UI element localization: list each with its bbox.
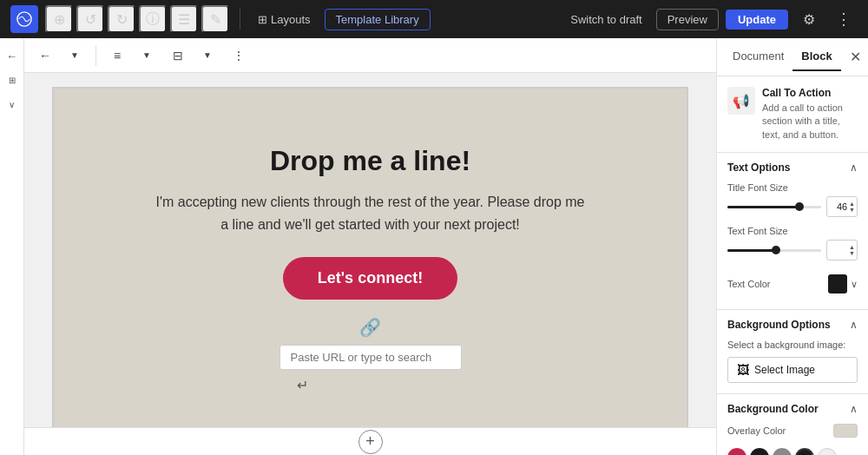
update-button[interactable]: Update <box>726 10 788 30</box>
top-bar-icons: ⊕ ↺ ↻ ⓘ ☰ ✎ <box>45 5 229 33</box>
swatch-white[interactable] <box>818 448 837 455</box>
background-color-label: Background Color <box>727 403 819 415</box>
url-input[interactable] <box>279 345 462 370</box>
swatch-red[interactable] <box>727 448 746 455</box>
swatch-gray[interactable] <box>773 448 792 455</box>
background-options-header[interactable]: Background Options ∧ <box>717 310 868 340</box>
text-font-size-down[interactable]: ▼ <box>849 250 855 256</box>
overlay-swatch[interactable] <box>833 424 858 438</box>
block-name: Call To Action <box>762 87 858 99</box>
background-options-section: Background Options ∧ Select a background… <box>717 310 868 394</box>
title-font-size-input[interactable]: 46 ▲ ▼ <box>826 196 858 217</box>
more-options-icon[interactable]: ⋮ <box>830 5 858 33</box>
title-slider-fill <box>727 206 798 208</box>
block-info: 📢 Call To Action Add a call to action se… <box>717 76 868 153</box>
toolbar-divider-1 <box>95 45 96 66</box>
top-bar-right: Switch to draft Preview Update ⚙ ⋮ <box>563 5 858 33</box>
block-description: Add a call to action section with a titl… <box>762 102 858 142</box>
template-library-button[interactable]: Template Library <box>325 9 431 30</box>
text-slider-fill <box>727 249 774 252</box>
right-panel: Document Block ✕ 📢 Call To Action Add a … <box>716 38 868 455</box>
background-color-header[interactable]: Background Color ∧ <box>717 394 868 424</box>
block-info-text: Call To Action Add a call to action sect… <box>762 87 858 142</box>
panel-header: Document Block ✕ <box>717 38 868 76</box>
redo-icon[interactable]: ↻ <box>108 5 135 33</box>
title-font-size-down[interactable]: ▼ <box>849 207 855 213</box>
text-color-right: ∨ <box>828 274 858 293</box>
justify-arrow-button[interactable]: ▼ <box>194 42 221 69</box>
text-font-size-slider-row: ▲ ▼ <box>727 240 858 260</box>
text-color-chevron[interactable]: ∨ <box>851 279 858 290</box>
text-options-header[interactable]: Text Options ∧ <box>717 153 868 182</box>
title-font-size-up[interactable]: ▲ <box>849 201 855 207</box>
transform-arrow-button[interactable]: ▼ <box>61 42 89 69</box>
chevron-down-icon[interactable]: ∨ <box>2 94 23 115</box>
align-left-icon[interactable]: ≡ <box>103 42 131 69</box>
text-options-body: Title Font Size 46 ▲ ▼ <box>717 182 868 309</box>
overlay-row: Overlay Color <box>727 424 858 438</box>
block-type-icon: 📢 <box>727 87 755 115</box>
settings-icon[interactable]: ⚙ <box>795 5 823 33</box>
bottom-bar: + <box>24 427 716 455</box>
cta-button[interactable]: Let's connect! <box>283 257 457 300</box>
transform-group: ← ▼ <box>31 42 89 69</box>
layouts-label: Layouts <box>271 13 311 26</box>
title-slider-track[interactable] <box>727 206 821 208</box>
canvas-wrapper: Drop me a line! I'm accepting new client… <box>24 73 716 427</box>
back-arrow-icon[interactable]: ← <box>2 45 23 66</box>
background-options-body: Select a background image: 🖼 Select Imag… <box>717 340 868 393</box>
info-icon[interactable]: ⓘ <box>139 5 167 33</box>
align-group: ≡ ▼ <box>103 42 161 69</box>
text-options-section: Text Options ∧ Title Font Size 46 <box>717 153 868 310</box>
justify-group: ⊟ ▼ <box>164 42 221 69</box>
top-bar: ⊕ ↺ ↻ ⓘ ☰ ✎ ⊞ Layouts Template Library S… <box>0 0 868 38</box>
text-color-row: Text Color ∨ <box>727 269 858 299</box>
more-toolbar-icon[interactable]: ⋮ <box>225 42 253 69</box>
background-color-body: Overlay Color ✓ <box>717 424 868 455</box>
overlay-label: Overlay Color <box>727 425 786 436</box>
left-sidebar: ← ⊞ ∨ <box>0 38 24 455</box>
text-slider-track[interactable] <box>727 249 821 252</box>
tab-document[interactable]: Document <box>724 43 792 71</box>
swatch-black[interactable] <box>750 448 769 455</box>
text-color-label: Text Color <box>727 279 771 289</box>
background-color-section: Background Color ∧ Overlay Color ✓ <box>717 394 868 455</box>
add-block-icon[interactable]: ⊕ <box>45 5 73 33</box>
swatch-dark-selected[interactable]: ✓ <box>795 448 814 455</box>
text-font-size-input[interactable]: ▲ ▼ <box>826 240 858 260</box>
text-color-swatch[interactable] <box>828 274 847 293</box>
enter-icon: ↵ <box>297 377 308 393</box>
align-arrow-button[interactable]: ▼ <box>133 42 161 69</box>
block-list-icon[interactable]: ⊞ <box>2 69 23 90</box>
layouts-button[interactable]: ⊞ Layouts <box>251 10 318 30</box>
panel-close-button[interactable]: ✕ <box>850 49 861 65</box>
add-block-bottom-button[interactable]: + <box>358 430 383 454</box>
background-options-label: Background Options <box>727 319 831 331</box>
text-slider-thumb[interactable] <box>772 246 780 254</box>
canvas-block: Drop me a line! I'm accepting new client… <box>52 87 688 427</box>
layouts-grid-icon: ⊞ <box>258 13 267 26</box>
color-swatches: ✓ <box>727 445 858 455</box>
switch-draft-button[interactable]: Switch to draft <box>563 10 648 30</box>
canvas-title[interactable]: Drop me a line! <box>270 145 470 177</box>
link-icon: 🔗 <box>359 317 381 338</box>
select-image-button[interactable]: 🖼 Select Image <box>727 357 858 383</box>
text-options-chevron: ∧ <box>850 162 858 174</box>
title-font-size-slider-row: 46 ▲ ▼ <box>727 196 858 217</box>
edit-icon[interactable]: ✎ <box>201 5 229 33</box>
text-font-size-label: Text Font Size <box>727 226 858 236</box>
background-options-chevron: ∧ <box>850 319 858 331</box>
list-view-icon[interactable]: ☰ <box>170 5 198 33</box>
select-background-label: Select a background image: <box>727 340 858 350</box>
tab-block[interactable]: Block <box>792 43 840 71</box>
justify-icon[interactable]: ⊟ <box>164 42 192 69</box>
undo-icon[interactable]: ↺ <box>76 5 104 33</box>
preview-button[interactable]: Preview <box>656 9 719 30</box>
text-font-size-row: Text Font Size ▲ ▼ <box>727 226 858 260</box>
text-font-size-up[interactable]: ▲ <box>849 244 855 250</box>
canvas-body-text[interactable]: I'm accepting new clients through the re… <box>154 191 588 235</box>
title-slider-thumb[interactable] <box>795 202 804 211</box>
transform-button[interactable]: ← <box>31 42 59 69</box>
editor-area: ← ▼ ≡ ▼ ⊟ ▼ ⋮ Drop me a line! I'm accept… <box>24 38 716 455</box>
block-toolbar: ← ▼ ≡ ▼ ⊟ ▼ ⋮ <box>24 38 716 73</box>
